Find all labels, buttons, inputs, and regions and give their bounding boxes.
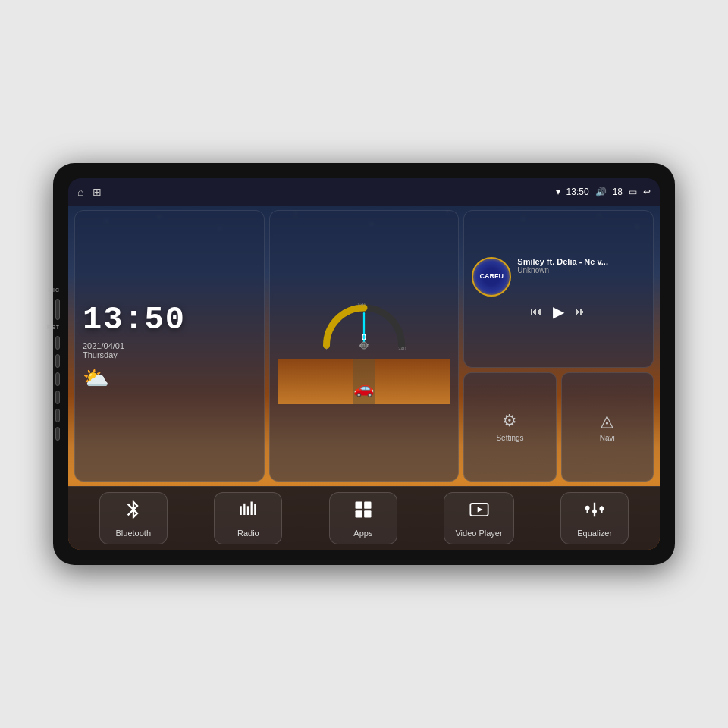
settings-navi-container: ⚙ Settings ◬ Navi <box>463 372 654 482</box>
side-button-back[interactable] <box>55 391 60 404</box>
clock-day: Thursday <box>83 350 118 359</box>
radio-label: Radio <box>237 529 259 538</box>
music-widget[interactable]: CARFU Smiley ft. Delia - Ne v... Unknown… <box>463 210 654 368</box>
svg-rect-7 <box>240 506 242 515</box>
car-stereo-device: MIC RST ⌂ ⊞ ▾ 13:50 🔊 18 ▭ ↩ <box>53 163 675 565</box>
next-button[interactable]: ⏭ <box>575 305 587 318</box>
navi-label: Navi <box>600 434 615 442</box>
speedometer-widget: 0 240 120 0 km/h 🚗 <box>269 210 460 482</box>
weather-icon: ⛅ <box>83 366 109 391</box>
home-nav-icon[interactable]: ⌂ <box>77 186 83 198</box>
clock-time: 13:50 <box>83 302 186 338</box>
svg-rect-9 <box>247 506 249 515</box>
side-controls: MIC RST <box>47 287 60 441</box>
navi-widget[interactable]: ◬ Navi <box>561 372 654 482</box>
svg-point-19 <box>585 506 590 510</box>
apps-label: Apps <box>353 529 372 538</box>
app-item-apps[interactable]: Apps <box>329 492 397 544</box>
mic-label: MIC <box>48 287 60 293</box>
equalizer-icon <box>584 499 605 526</box>
music-top: CARFU Smiley ft. Delia - Ne v... Unknown <box>472 257 645 297</box>
bluetooth-label: Bluetooth <box>116 529 151 538</box>
settings-widget[interactable]: ⚙ Settings <box>463 372 556 482</box>
settings-label: Settings <box>496 434 523 442</box>
app-item-equalizer[interactable]: Equalizer <box>560 492 629 544</box>
window-icon: ▭ <box>629 187 637 197</box>
status-bar-left: ⌂ ⊞ <box>77 186 102 198</box>
music-info: Smiley ft. Delia - Ne v... Unknown <box>517 257 645 275</box>
app-item-bluetooth[interactable]: Bluetooth <box>99 492 168 544</box>
apps-icon <box>353 499 374 526</box>
car-icon: 🚗 <box>353 378 374 398</box>
rst-label: RST <box>47 325 60 330</box>
svg-rect-10 <box>251 502 253 516</box>
svg-text:km/h: km/h <box>359 343 369 348</box>
status-time: 13:50 <box>566 187 589 197</box>
status-bar: ⌂ ⊞ ▾ 13:50 🔊 18 ▭ ↩ <box>68 178 660 206</box>
back-icon[interactable]: ↩ <box>643 187 651 197</box>
svg-text:0: 0 <box>361 332 366 343</box>
play-button[interactable]: ▶ <box>553 303 564 321</box>
navi-icon: ◬ <box>601 411 613 431</box>
road-scene: 🚗 <box>278 359 451 404</box>
wifi-icon: ▾ <box>556 187 560 197</box>
side-button-rst[interactable] <box>55 336 60 350</box>
volume-icon: 🔊 <box>595 187 607 197</box>
svg-marker-17 <box>477 507 482 513</box>
svg-point-21 <box>592 509 597 513</box>
main-grid: 13:50 2021/04/01 Thursday ⛅ 0 240 <box>74 210 654 482</box>
side-button-1[interactable] <box>55 299 60 320</box>
svg-rect-12 <box>355 502 362 509</box>
side-button-home[interactable] <box>55 372 60 386</box>
side-button-vol-down[interactable] <box>55 427 60 441</box>
volume-level: 18 <box>613 187 623 197</box>
prev-button[interactable]: ⏮ <box>530 305 542 318</box>
svg-rect-8 <box>244 504 246 515</box>
screen-content: 13:50 2021/04/01 Thursday ⛅ 0 240 <box>68 206 660 550</box>
road-background: 🚗 <box>278 359 451 404</box>
svg-text:0: 0 <box>325 346 328 351</box>
clock-date: 2021/04/01 <box>83 341 124 350</box>
radio-icon <box>237 499 259 526</box>
song-title: Smiley ft. Delia - Ne v... <box>517 257 645 266</box>
equalizer-label: Equalizer <box>577 529 612 538</box>
side-button-vol-up[interactable] <box>55 409 60 422</box>
bluetooth-icon <box>123 499 144 526</box>
album-label: CARFU <box>480 272 504 281</box>
svg-point-23 <box>600 507 604 511</box>
album-art: CARFU <box>472 257 511 297</box>
svg-text:120: 120 <box>357 302 366 307</box>
app-item-radio[interactable]: Radio <box>214 492 282 544</box>
svg-text:240: 240 <box>398 346 406 351</box>
app-item-video[interactable]: Video Player <box>444 492 513 544</box>
music-controls: ⏮ ▶ ⏭ <box>472 303 645 321</box>
clock-widget: 13:50 2021/04/01 Thursday ⛅ <box>74 210 265 482</box>
video-label: Video Player <box>455 529 502 538</box>
screen: ⌂ ⊞ ▾ 13:50 🔊 18 ▭ ↩ 13:50 2021/04/01 <box>68 178 660 550</box>
svg-rect-11 <box>255 504 256 515</box>
svg-rect-15 <box>364 510 371 517</box>
app-bar: Bluetooth Radio <box>68 486 660 550</box>
song-artist: Unknown <box>517 266 645 275</box>
settings-icon: ⚙ <box>502 411 517 431</box>
side-button-power[interactable] <box>55 354 60 368</box>
apps-nav-icon[interactable]: ⊞ <box>93 186 102 198</box>
speedometer-svg: 0 240 120 0 km/h <box>315 287 413 356</box>
status-bar-right: ▾ 13:50 🔊 18 ▭ ↩ <box>556 187 651 197</box>
svg-rect-14 <box>355 510 362 517</box>
video-icon <box>469 499 490 526</box>
svg-rect-13 <box>364 502 371 509</box>
